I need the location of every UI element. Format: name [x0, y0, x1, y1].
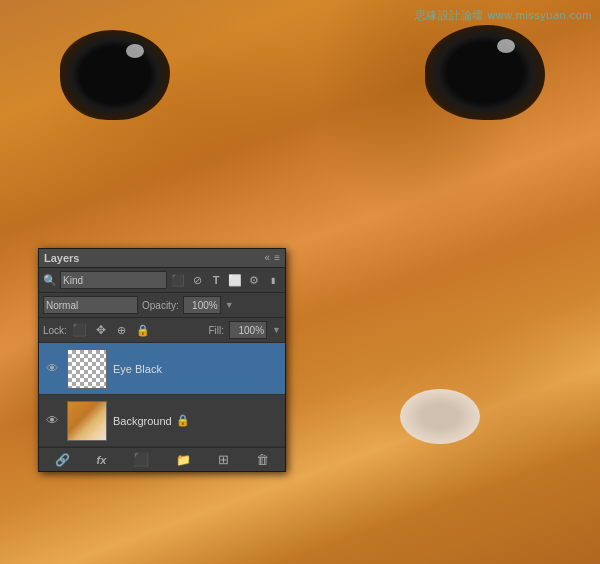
panel-bottom-toolbar: 🔗 fx ⬛ 📁 ⊞ 🗑: [39, 447, 285, 471]
layer-name-eye-black: Eye Black: [113, 363, 281, 375]
lock-label: Lock:: [43, 325, 67, 336]
panel-title: Layers: [44, 252, 79, 264]
layer-row[interactable]: 👁 Eye Black: [39, 343, 285, 395]
lock-fill-row: Lock: ⬛ ✥ ⊕ 🔒 Fill: ▼: [39, 318, 285, 343]
layer-thumbnail-eye-black: [67, 349, 107, 389]
panel-menu-button[interactable]: ≡: [274, 253, 280, 263]
lock-transparency-button[interactable]: ⬛: [72, 322, 88, 338]
filter-type-icon[interactable]: T: [208, 272, 224, 288]
dog-eye-right: [425, 25, 545, 120]
search-icon: 🔍: [43, 274, 57, 287]
panel-controls: « ≡: [265, 253, 280, 263]
layers-panel: Layers « ≡ 🔍 Kind Name Effect Mode ⬛ ⊘ T…: [38, 248, 286, 472]
lock-pixels-button[interactable]: ✥: [93, 322, 109, 338]
fill-label: Fill:: [209, 325, 225, 336]
filter-kind-select[interactable]: Kind Name Effect Mode: [60, 271, 167, 289]
watermark: 思緣設計論壇 www.missyuan.com: [415, 8, 592, 23]
layer-info-eye-black: Eye Black: [113, 363, 281, 375]
blend-mode-select[interactable]: Normal Multiply Screen Overlay Darken Li…: [43, 296, 138, 314]
layer-lock-icon: 🔒: [176, 414, 190, 427]
fill-input[interactable]: [229, 321, 267, 339]
lock-position-button[interactable]: ⊕: [114, 322, 130, 338]
delete-layer-button[interactable]: 🗑: [256, 452, 269, 467]
new-group-button[interactable]: 📁: [176, 453, 191, 467]
layer-visibility-background[interactable]: 👁: [43, 413, 61, 428]
lock-all-button[interactable]: 🔒: [135, 322, 151, 338]
filter-smart-icon[interactable]: ⚙: [246, 272, 262, 288]
add-mask-button[interactable]: ⬛: [133, 452, 149, 467]
opacity-arrow[interactable]: ▼: [225, 300, 234, 310]
filter-row: 🔍 Kind Name Effect Mode ⬛ ⊘ T ⬜ ⚙ ▮: [39, 268, 285, 293]
dog-nose: [400, 389, 480, 444]
filter-adjustment-icon[interactable]: ⊘: [189, 272, 205, 288]
panel-collapse-button[interactable]: «: [265, 253, 271, 263]
dog-thumbnail: [68, 402, 106, 440]
filter-shape-icon[interactable]: ⬜: [227, 272, 243, 288]
panel-titlebar: Layers « ≡: [39, 249, 285, 268]
filter-toggle-icon[interactable]: ▮: [265, 272, 281, 288]
link-layers-button[interactable]: 🔗: [55, 453, 70, 467]
filter-pixel-icon[interactable]: ⬛: [170, 272, 186, 288]
layer-styles-button[interactable]: fx: [97, 454, 107, 466]
layer-thumbnail-background: [67, 401, 107, 441]
new-layer-button[interactable]: ⊞: [218, 452, 229, 467]
dog-eye-left: [60, 30, 170, 120]
checkerboard-pattern: [68, 350, 106, 388]
layer-visibility-eye-black[interactable]: 👁: [43, 361, 61, 376]
blend-opacity-row: Normal Multiply Screen Overlay Darken Li…: [39, 293, 285, 318]
layer-info-background: Background 🔒: [113, 414, 281, 427]
layers-list: 👁 Eye Black 👁 Background 🔒: [39, 343, 285, 447]
opacity-input[interactable]: [183, 296, 221, 314]
filter-icons-row: ⬛ ⊘ T ⬜ ⚙ ▮: [170, 272, 281, 288]
layer-name-background: Background: [113, 415, 172, 427]
fill-arrow[interactable]: ▼: [272, 325, 281, 335]
layer-row[interactable]: 👁 Background 🔒: [39, 395, 285, 447]
opacity-label: Opacity:: [142, 300, 179, 311]
